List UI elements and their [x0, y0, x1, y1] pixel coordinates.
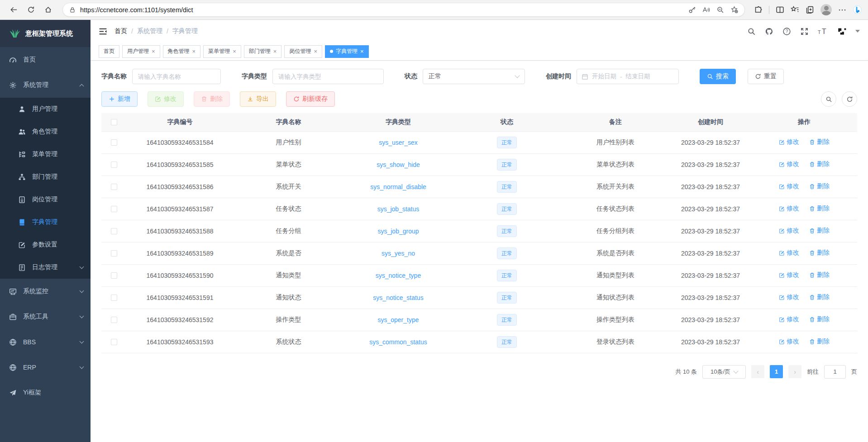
password-key-icon[interactable] [688, 6, 696, 14]
row-edit-button[interactable]: 修改 [779, 315, 799, 323]
sidebar-item-系统监控[interactable]: 系统监控 [0, 279, 91, 304]
sidebar-item-字典管理[interactable]: 字典管理 [0, 211, 91, 233]
sidebar-item-角色管理[interactable]: 角色管理 [0, 120, 91, 143]
collections-icon[interactable] [806, 5, 814, 14]
row-edit-button[interactable]: 修改 [779, 160, 799, 168]
url-text[interactable]: https://ccnetcore.com:1101/system/dict [80, 6, 688, 14]
address-bar[interactable]: https://ccnetcore.com:1101/system/dict [62, 3, 745, 17]
sidebar-item-用户管理[interactable]: 用户管理 [0, 98, 91, 120]
read-aloud-icon[interactable] [702, 6, 710, 14]
close-icon[interactable]: × [360, 48, 364, 54]
extensions-icon[interactable] [754, 5, 763, 14]
help-icon[interactable]: ? [782, 27, 791, 36]
dict-type-link[interactable]: sys_yes_no [382, 250, 415, 257]
row-edit-button[interactable]: 修改 [779, 293, 799, 301]
browser-menu-icon[interactable]: ⋯ [838, 5, 847, 15]
sidebar-item-系统工具[interactable]: 系统工具 [0, 304, 91, 329]
dict-type-link[interactable]: sys_show_hide [377, 161, 420, 168]
sidebar-item-岗位管理[interactable]: 岗位管理 [0, 188, 91, 211]
delete-button[interactable]: 删除 [194, 91, 230, 107]
fullscreen-icon[interactable] [800, 27, 809, 36]
edit-button[interactable]: 修改 [148, 91, 184, 107]
row-delete-button[interactable]: 删除 [809, 160, 830, 168]
reset-button[interactable]: 重置 [748, 69, 784, 84]
row-edit-button[interactable]: 修改 [779, 182, 799, 190]
row-delete-button[interactable]: 删除 [809, 204, 830, 213]
tab-菜单管理[interactable]: 菜单管理 × [203, 45, 241, 58]
export-button[interactable]: 导出 [240, 91, 276, 107]
tab-字典管理[interactable]: 字典管理 × [325, 45, 369, 58]
next-page-button[interactable]: › [788, 365, 801, 378]
row-checkbox[interactable] [111, 272, 117, 279]
sidebar-item-系统管理[interactable]: 系统管理 [0, 72, 91, 98]
sidebar-item-ERP[interactable]: ERP [0, 355, 91, 380]
search-button[interactable]: 搜索 [700, 69, 736, 84]
browser-refresh-button[interactable] [24, 3, 38, 17]
sidebar-item-参数设置[interactable]: 参数设置 [0, 233, 91, 256]
zoom-out-icon[interactable] [716, 6, 724, 14]
sidebar-item-BBS[interactable]: BBS [0, 329, 91, 355]
row-checkbox[interactable] [111, 317, 117, 323]
refresh-cache-button[interactable]: 刷新缓存 [286, 91, 335, 107]
page-size-select[interactable]: 10条/页 [702, 365, 746, 379]
row-checkbox[interactable] [111, 139, 117, 146]
sidebar-item-Yi框架[interactable]: Yi框架 [0, 380, 91, 405]
sidebar-item-日志管理[interactable]: 日志管理 [0, 256, 91, 279]
toggle-search-button[interactable] [821, 91, 836, 107]
dict-type-link[interactable]: sys_common_status [369, 338, 427, 346]
row-checkbox[interactable] [111, 206, 117, 212]
row-delete-button[interactable]: 删除 [809, 227, 830, 235]
dict-type-link[interactable]: sys_normal_disable [370, 183, 426, 190]
page-number-1[interactable]: 1 [770, 365, 783, 378]
chevron-down-icon[interactable] [855, 30, 860, 33]
row-checkbox[interactable] [111, 228, 117, 234]
browser-profile-avatar[interactable] [820, 4, 832, 15]
select-all-checkbox[interactable] [111, 119, 117, 125]
row-edit-button[interactable]: 修改 [779, 204, 799, 213]
row-edit-button[interactable]: 修改 [779, 138, 799, 146]
sidebar-item-首页[interactable]: 首页 [0, 47, 91, 72]
dict-type-link[interactable]: sys_oper_type [377, 316, 419, 323]
tab-岗位管理[interactable]: 岗位管理 × [284, 45, 322, 58]
bing-chat-icon[interactable] [853, 5, 862, 14]
sidebar-item-部门管理[interactable]: 部门管理 [0, 166, 91, 188]
row-edit-button[interactable]: 修改 [779, 227, 799, 235]
row-checkbox[interactable] [111, 184, 117, 190]
header-search-icon[interactable] [747, 27, 756, 36]
row-edit-button[interactable]: 修改 [779, 337, 799, 346]
dict-name-input[interactable] [132, 69, 221, 84]
dict-type-link[interactable]: sys_user_sex [379, 139, 418, 146]
row-delete-button[interactable]: 删除 [809, 337, 830, 346]
row-checkbox[interactable] [111, 295, 117, 301]
dict-type-link[interactable]: sys_notice_status [373, 294, 423, 301]
github-icon[interactable] [765, 27, 773, 36]
add-button[interactable]: 新增 [101, 91, 138, 107]
prev-page-button[interactable]: ‹ [751, 365, 764, 378]
font-size-icon[interactable]: TT [818, 27, 829, 36]
favorites-bar-icon[interactable] [791, 5, 799, 14]
row-delete-button[interactable]: 删除 [809, 182, 830, 190]
row-edit-button[interactable]: 修改 [779, 271, 799, 279]
date-range-picker[interactable]: 开始日期 - 结束日期 [577, 69, 679, 84]
sidebar-collapse-icon[interactable] [99, 28, 107, 35]
row-checkbox[interactable] [111, 250, 117, 257]
dict-type-link[interactable]: sys_job_group [377, 228, 419, 235]
sidebar-item-菜单管理[interactable]: 菜单管理 [0, 143, 91, 166]
row-delete-button[interactable]: 删除 [809, 249, 830, 257]
row-checkbox[interactable] [111, 339, 117, 345]
split-screen-icon[interactable] [776, 5, 784, 14]
close-icon[interactable]: × [192, 48, 196, 54]
browser-home-button[interactable] [41, 3, 55, 17]
breadcrumb-home[interactable]: 首页 [114, 27, 127, 35]
close-icon[interactable]: × [314, 48, 317, 54]
dict-type-link[interactable]: sys_job_status [377, 205, 420, 213]
dict-type-link[interactable]: sys_notice_type [376, 272, 421, 279]
row-edit-button[interactable]: 修改 [779, 249, 799, 257]
close-icon[interactable]: × [233, 48, 236, 54]
status-select[interactable]: 正常 [423, 69, 525, 84]
browser-back-button[interactable] [6, 3, 21, 17]
row-delete-button[interactable]: 删除 [809, 271, 830, 279]
close-icon[interactable]: × [152, 48, 155, 54]
user-avatar-logo[interactable] [838, 27, 846, 36]
tab-角色管理[interactable]: 角色管理 × [163, 45, 201, 58]
